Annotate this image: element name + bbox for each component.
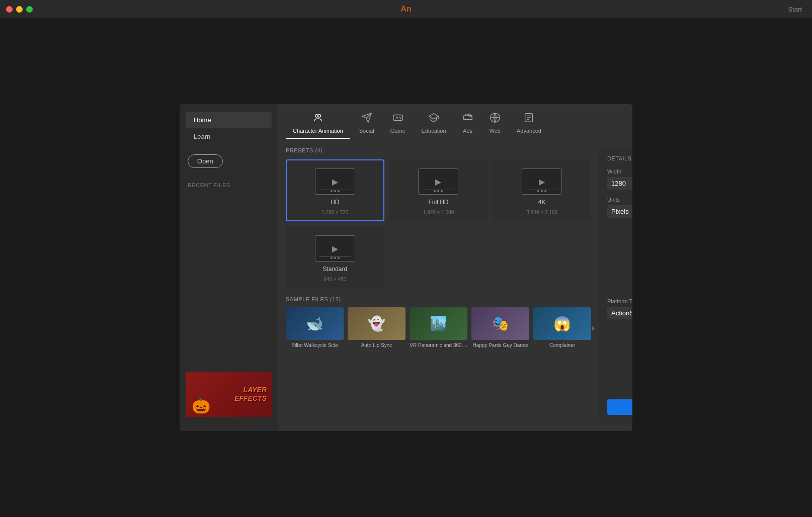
tab-web-label: Web — [490, 128, 501, 134]
sample-complainer-thumb: 😱 — [533, 307, 591, 340]
tab-education[interactable]: Education — [415, 109, 453, 139]
tab-game[interactable]: Game — [383, 109, 413, 139]
width-label: Width — [607, 168, 632, 175]
units-select[interactable]: Pixels Inches Centimeters — [607, 205, 632, 218]
sample-bilbo-thumb: 🐋 — [286, 307, 344, 340]
preset-standard-icon — [315, 235, 355, 262]
sample-complainer-name: Complainer — [533, 342, 591, 349]
preset-hd-size: 1,280 × 720 — [321, 210, 348, 215]
width-field: Width — [607, 168, 632, 190]
svg-point-0 — [315, 115, 318, 118]
details-panel: DETAILS Width Height Units — [599, 147, 632, 423]
platform-select-wrapper: ActionScript 3.0 HTML5 Canvas WebGL AIR … — [607, 307, 632, 319]
presets-panel: PRESETS (4) — [286, 147, 591, 423]
presets-grid: HD 1,280 × 720 — [286, 159, 591, 288]
width-height-row: Width Height — [607, 168, 632, 190]
sidebar-bottom: 🎃 LAYEREFFECTS — [180, 366, 278, 423]
svg-point-1 — [318, 115, 321, 118]
preset-full-hd-size: 1,920 × 1,080 — [423, 210, 454, 215]
tab-education-label: Education — [422, 128, 446, 134]
sample-files-row: 🐋 Bilbo Walkcycle Side 👻 Auto Lip Sync 🏙… — [286, 307, 591, 349]
sample-autolip-name: Auto Lip Sync — [348, 342, 405, 349]
preset-4k[interactable]: 4K 3,840 × 2,160 — [493, 159, 591, 221]
sample-vr[interactable]: 🏙️ VR Panoramic and 360 ... — [410, 307, 467, 349]
app-window: Home Learn Open RECENT FILES 🎃 LAYEREFFE… — [180, 104, 632, 431]
units-select-wrapper: Pixels Inches Centimeters ▼ — [607, 205, 632, 218]
start-label: Start — [788, 6, 802, 13]
content-body: PRESETS (4) — [278, 139, 632, 431]
tab-web[interactable]: Web — [482, 109, 508, 139]
svg-point-4 — [400, 118, 401, 118]
social-icon — [361, 112, 372, 126]
sample-bilbo[interactable]: 🐋 Bilbo Walkcycle Side — [286, 307, 344, 349]
sidebar-nav: Home Learn — [180, 112, 278, 144]
platform-select[interactable]: ActionScript 3.0 HTML5 Canvas WebGL AIR … — [607, 307, 632, 319]
width-input[interactable] — [607, 177, 632, 190]
titlebar: An Start — [0, 0, 812, 18]
tab-character-animation[interactable]: Character Animation — [286, 109, 350, 139]
preset-4k-size: 3,840 × 2,160 — [526, 210, 557, 215]
tab-advanced-label: Advanced — [517, 128, 541, 134]
layer-effects-thumbnail[interactable]: 🎃 LAYEREFFECTS — [186, 372, 272, 417]
minimize-button[interactable] — [16, 6, 23, 13]
presets-label: PRESETS (4) — [286, 147, 591, 153]
sidebar: Home Learn Open RECENT FILES 🎃 LAYEREFFE… — [180, 104, 278, 431]
content-area: Character Animation Social — [278, 104, 632, 431]
character-animation-icon — [312, 112, 323, 126]
window-controls[interactable] — [6, 6, 33, 13]
maximize-button[interactable] — [26, 6, 33, 13]
sample-happy-name: Happy Pants Guy Dance — [471, 342, 529, 349]
sample-happy-thumb: 🎭 — [471, 307, 529, 340]
close-button[interactable] — [6, 6, 13, 13]
sample-happy[interactable]: 🎭 Happy Pants Guy Dance — [471, 307, 529, 349]
open-button[interactable]: Open — [188, 154, 223, 168]
preset-hd[interactable]: HD 1,280 × 720 — [286, 159, 384, 221]
tab-social-label: Social — [359, 128, 374, 134]
platform-field: Platform Type ActionScript 3.0 HTML5 Can… — [607, 298, 632, 393]
sample-bilbo-name: Bilbo Walkcycle Side — [286, 342, 344, 349]
units-field: Units Pixels Inches Centimeters ▼ — [607, 197, 632, 291]
tab-advanced[interactable]: Advanced — [510, 109, 548, 139]
sample-files-wrapper: 🐋 Bilbo Walkcycle Side 👻 Auto Lip Sync 🏙… — [286, 307, 591, 349]
education-icon — [428, 112, 439, 126]
tab-game-label: Game — [390, 128, 405, 134]
sample-autolip-thumb: 👻 — [348, 307, 405, 340]
preset-standard[interactable]: Standard 640 × 480 — [286, 226, 384, 288]
sample-autolip[interactable]: 👻 Auto Lip Sync — [348, 307, 405, 349]
create-button[interactable]: Create — [607, 399, 632, 415]
sample-vr-name: VR Panoramic and 360 ... — [410, 342, 467, 349]
recent-files-label: RECENT FILES — [188, 182, 270, 188]
preset-hd-icon — [315, 168, 355, 195]
tab-bar: Character Animation Social — [278, 104, 632, 139]
tab-ads-label: Ads — [463, 128, 472, 134]
layer-effects-character: 🎃 — [192, 397, 210, 414]
preset-full-hd-name: Full HD — [428, 199, 448, 206]
game-icon — [392, 112, 403, 126]
preset-standard-name: Standard — [322, 266, 347, 273]
details-title: DETAILS — [607, 155, 632, 161]
layer-effects-title: LAYEREFFECTS — [234, 386, 267, 403]
svg-point-3 — [399, 117, 400, 118]
units-label: Units — [607, 197, 632, 203]
tab-social[interactable]: Social — [352, 109, 381, 139]
ads-icon — [462, 112, 473, 126]
preset-full-hd-icon — [418, 168, 458, 195]
sample-files-section: SAMPLE FILES (12) 🐋 Bilbo Walkcycle Side… — [286, 296, 591, 349]
sidebar-item-learn[interactable]: Learn — [186, 129, 272, 144]
tab-ads[interactable]: Ads — [455, 109, 480, 139]
preset-hd-name: HD — [331, 199, 339, 206]
scroll-right-arrow[interactable]: › — [591, 321, 595, 334]
sample-files-label: SAMPLE FILES (12) — [286, 296, 591, 302]
sample-vr-thumb: 🏙️ — [410, 307, 467, 340]
app-logo: An — [400, 5, 411, 14]
preset-full-hd[interactable]: Full HD 1,920 × 1,080 — [389, 159, 488, 221]
web-icon — [490, 112, 501, 126]
preset-4k-name: 4K — [538, 199, 546, 206]
tab-character-animation-label: Character Animation — [293, 128, 343, 134]
sidebar-item-home[interactable]: Home — [186, 112, 272, 128]
sample-complainer[interactable]: 😱 Complainer — [533, 307, 591, 349]
preset-4k-icon — [522, 168, 562, 195]
main-wrapper: Home Learn Open RECENT FILES 🎃 LAYEREFFE… — [0, 18, 812, 517]
advanced-icon — [523, 112, 534, 126]
preset-standard-size: 640 × 480 — [323, 277, 346, 282]
